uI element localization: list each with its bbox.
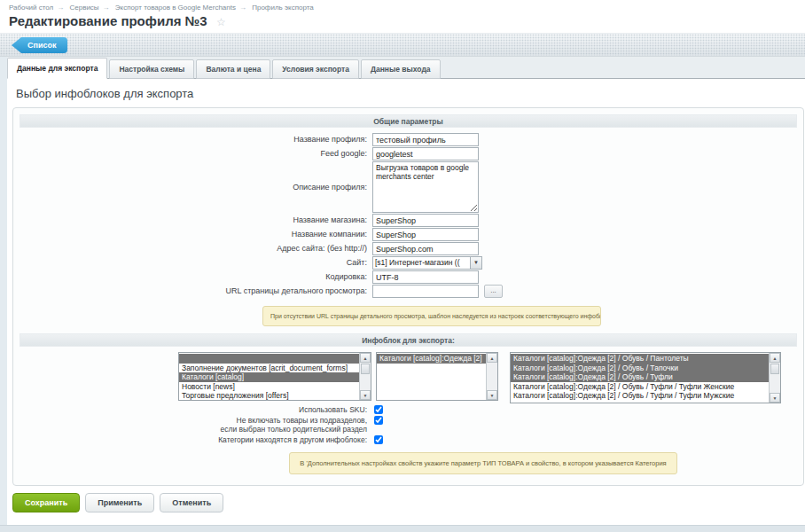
apply-button[interactable]: Применить xyxy=(85,493,154,512)
iblock-category-listbox[interactable]: Каталоги [catalog]:Одежда [2] ▲ ▼ xyxy=(376,352,498,401)
feed-google-input[interactable] xyxy=(372,147,479,160)
categories-other-iblock-checkbox[interactable] xyxy=(374,435,383,444)
detail-toolbar: Список xyxy=(0,33,805,57)
company-name-input[interactable] xyxy=(372,228,479,241)
scrollbar[interactable]: ▲ ▼ xyxy=(769,353,780,403)
scroll-down-icon[interactable]: ▼ xyxy=(487,390,497,400)
exclude-subsection-products-label: Не включать товары из подразделов, если … xyxy=(13,416,372,434)
listbox-option[interactable]: Каталоги [catalog]:Одежда [2] / Обувь / … xyxy=(511,364,769,373)
encoding-input[interactable] xyxy=(372,270,479,284)
breadcrumb-item-google-merchants-export[interactable]: Экспорт товаров в Google Merchants xyxy=(115,4,236,12)
select-dropdown-arrow-icon[interactable]: ▼ xyxy=(470,257,481,269)
categories-other-iblock-label: Категории находятся в другом инфоблоке: xyxy=(13,435,372,444)
save-button[interactable]: Сохранить xyxy=(12,493,80,512)
scrollbar-thumb[interactable] xyxy=(361,364,370,374)
site-address-input[interactable] xyxy=(372,242,479,255)
page-left-margin-strip xyxy=(0,54,7,525)
detail-url-label: URL страницы детального просмотра: xyxy=(13,286,372,296)
form-footer: Сохранить Применить Отменить xyxy=(12,493,805,512)
iblock-export-header: Инфоблок для экспорта: xyxy=(20,333,797,347)
tab-output-data[interactable]: Данные выхода xyxy=(361,59,441,79)
encoding-label: Кодировка: xyxy=(13,272,372,282)
breadcrumb-separator-icon: → xyxy=(239,4,246,12)
scroll-down-icon[interactable]: ▼ xyxy=(770,393,780,403)
listbox-option[interactable]: Каталоги [catalog]:Одежда [2] xyxy=(377,354,486,364)
scroll-up-icon[interactable]: ▲ xyxy=(487,353,497,363)
tab-currency-price[interactable]: Валюта и цена xyxy=(196,59,270,79)
general-params-header: Общие параметры xyxy=(20,114,797,128)
scroll-down-icon[interactable]: ▼ xyxy=(360,390,371,400)
listbox-option[interactable]: Новости [news] xyxy=(179,382,359,392)
listbox-option[interactable]: Каталоги [catalog]:Одежда [2] / Обувь / … xyxy=(511,354,769,364)
page-bottom-strip xyxy=(0,525,805,532)
scrollbar-track[interactable] xyxy=(770,375,780,393)
tab-scheme-settings[interactable]: Настройка схемы xyxy=(109,59,194,79)
scroll-up-icon[interactable]: ▲ xyxy=(770,353,780,363)
back-to-list-button[interactable]: Список xyxy=(12,37,67,53)
listbox-option[interactable]: Каталоги [catalog]:Одежда [2] / Обувь / … xyxy=(511,391,769,401)
iblock-lists-row: Заполнение документов [acrit_document_fo… xyxy=(178,352,803,403)
profile-description-textarea[interactable]: Выгрузка товаров в google merchants cent… xyxy=(372,161,479,213)
scrollbar-thumb[interactable] xyxy=(770,364,779,374)
shop-name-input[interactable] xyxy=(372,214,479,227)
profile-name-input[interactable] xyxy=(372,133,479,146)
edit-form-panel: Общие параметры Название профиля: Feed g… xyxy=(12,107,804,486)
profile-name-label: Название профиля: xyxy=(13,135,372,145)
title-row: Редактирование профиля №3 ☆ xyxy=(0,12,805,33)
breadcrumb: Рабочий стол→ Сервисы→ Экспорт товаров в… xyxy=(0,0,805,12)
profile-description-label: Описание профиля: xyxy=(13,183,372,192)
scrollbar-track[interactable] xyxy=(360,375,371,390)
breadcrumb-item-desktop[interactable]: Рабочий стол xyxy=(9,4,53,12)
site-select[interactable]: [s1] Интернет-магазин (( ▼ xyxy=(372,256,482,270)
site-label: Сайт: xyxy=(13,258,372,268)
listbox-option[interactable]: Каталоги [catalog]:Одежда [2] / Обувь / … xyxy=(511,382,769,392)
listbox-option[interactable]: Торговые предложения [offers] xyxy=(179,391,359,400)
listbox-option[interactable]: Каталоги [catalog]:Одежда [2] / Обувь / … xyxy=(511,372,769,382)
product-type-notice: В 'Дополнительных настройках свойств ука… xyxy=(289,452,677,474)
listbox-option[interactable]: Заполнение документов [acrit_document_fo… xyxy=(179,364,359,373)
iblock-source-listbox[interactable]: Заполнение документов [acrit_document_fo… xyxy=(178,352,371,401)
detail-url-browse-button[interactable]: ... xyxy=(484,285,503,298)
tabs-strip: Данные для экспорта Настройка схемы Валю… xyxy=(0,57,805,79)
breadcrumb-item-export-profile[interactable]: Профиль экспорта xyxy=(252,4,314,12)
listbox-option[interactable] xyxy=(179,354,359,364)
listbox-option[interactable]: Каталоги [catalog] xyxy=(179,372,359,382)
cancel-button[interactable]: Отменить xyxy=(160,493,223,512)
shop-name-label: Название магазина: xyxy=(13,215,372,225)
detail-url-notice: При отсутствии URL страницы детального п… xyxy=(262,306,601,326)
use-sku-label: Использовать SKU: xyxy=(13,405,372,414)
page-title: Редактирование профиля №3 xyxy=(9,13,207,28)
scrollbar-track[interactable] xyxy=(487,363,497,390)
site-select-value: [s1] Интернет-магазин (( xyxy=(373,257,470,269)
scrollbar[interactable]: ▲ ▼ xyxy=(486,353,497,400)
use-sku-checkbox[interactable] xyxy=(374,405,383,414)
breadcrumb-separator-icon: → xyxy=(57,4,64,12)
favorite-star-icon[interactable]: ☆ xyxy=(216,16,226,28)
section-title: Выбор инфоблоков для экспорта xyxy=(16,87,805,100)
site-address-label: Адрес сайта: (без http://) xyxy=(13,244,372,254)
scrollbar[interactable]: ▲ ▼ xyxy=(359,353,371,400)
company-name-label: Название компании: xyxy=(13,230,372,239)
exclude-subsection-products-checkbox[interactable] xyxy=(374,416,383,425)
breadcrumb-separator-icon: → xyxy=(103,4,110,12)
tab-export-data[interactable]: Данные для экспорта xyxy=(7,58,107,79)
tab-export-conditions[interactable]: Условия экспорта xyxy=(272,59,359,79)
scroll-up-icon[interactable]: ▲ xyxy=(360,353,371,363)
feed-google-label: Feed google: xyxy=(13,149,372,159)
iblock-sections-listbox[interactable]: Каталоги [catalog]:Одежда [2] / Обувь / … xyxy=(510,352,781,403)
detail-url-input[interactable] xyxy=(372,285,479,298)
breadcrumb-item-services[interactable]: Сервисы xyxy=(69,4,98,12)
